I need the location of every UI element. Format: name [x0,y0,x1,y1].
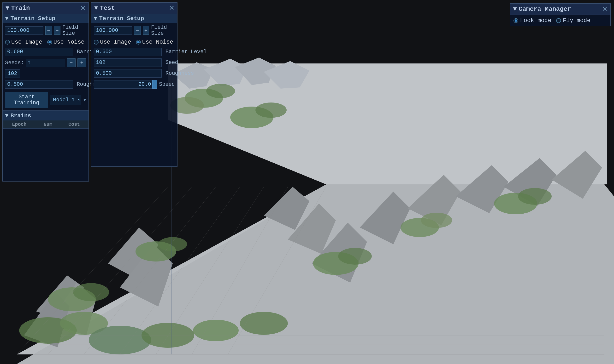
test-use-image-radio[interactable]: Use Image [94,39,131,45]
svg-point-39 [89,326,151,354]
train-image-noise-row: Use Image Use Noise [3,38,88,46]
svg-point-23 [206,84,235,98]
train-roughness-input[interactable] [5,80,73,89]
test-use-noise-radio-inner [137,41,140,43]
test-speed-row: 20.0 Speed [91,79,177,90]
train-panel-header[interactable]: ▼ Train ✕ [3,3,88,14]
test-panel-title: ▼ Test [94,5,115,12]
train-brains-triangle: ▼ [5,113,8,119]
camera-panel-header[interactable]: ▼ Camera Manager ✕ [510,4,610,15]
hook-mode-radio-outer [514,18,518,23]
test-speed-label: Speed [159,81,175,87]
fly-mode-radio-outer [556,18,561,23]
svg-point-42 [240,312,288,335]
train-barrier-level-row: Barrier Level [3,46,88,57]
start-training-button[interactable]: Start Training [5,92,48,108]
test-use-image-radio-inner [95,41,97,43]
test-triangle-icon: ▼ [94,5,98,12]
train-seed-badge: 102 [5,69,20,78]
test-image-noise-row: Use Image Use Noise [91,38,177,46]
test-barrier-level-label: Barrier Level [166,49,207,55]
test-use-noise-radio[interactable]: Use Noise [136,39,173,45]
test-speed-value: 20.0 [94,80,152,89]
train-seeds-row: Seeds: − + [3,57,88,68]
train-field-size-minus[interactable]: − [45,26,52,35]
test-field-size-plus[interactable]: + [143,26,149,35]
test-field-size-minus[interactable]: − [134,26,141,35]
test-roughness-input[interactable] [94,69,162,78]
brains-num-header: Num [36,120,60,129]
fly-mode-label: Fly mode [563,17,590,24]
brains-table: Epoch Num Cost [3,120,88,129]
train-use-noise-radio[interactable]: Use Noise [47,39,85,45]
fly-mode-option[interactable]: Fly mode [556,17,590,24]
test-seed-row: Seed [91,57,177,68]
fly-mode-radio-inner [558,19,560,22]
train-roughness-row: Roughness [3,79,88,90]
train-use-image-radio[interactable]: Use Image [5,39,42,45]
test-field-size-label: Field Size [151,25,175,36]
brains-cost-header: Cost [60,120,88,129]
test-panel: ▼ Test ✕ ▼ Terrain Setup − + Field Size … [91,2,178,167]
train-close-button[interactable]: ✕ [80,5,86,12]
svg-point-26 [255,103,287,118]
test-field-size-row: − + Field Size [91,23,177,38]
test-use-image-label: Use Image [100,39,131,45]
train-seed-value-row: 102 [3,68,88,79]
test-close-button[interactable]: ✕ [169,5,174,12]
train-actions-row: Start Training Model 1 ▼ [3,90,88,110]
train-use-noise-label: Use Noise [54,39,85,45]
test-terrain-section-header: ▼ Terrain Setup [91,14,177,23]
test-barrier-level-row: Barrier Level [91,46,177,57]
test-seed-input[interactable] [94,58,162,67]
camera-panel-title: ▼ Camera Manager [513,5,571,13]
test-empty-area [91,90,177,167]
camera-modes-row: Hook mode Fly mode [510,15,610,26]
camera-manager-panel: ▼ Camera Manager ✕ Hook mode Fly mode [510,3,611,26]
model-select-dropdown[interactable]: Model 1 [50,95,81,105]
test-use-noise-label: Use Noise [142,39,173,45]
brains-epoch-header: Epoch [3,120,36,129]
test-barrier-level-input[interactable] [94,48,162,56]
test-speed-slider-thumb[interactable] [152,80,157,89]
hook-mode-label: Hook mode [520,17,551,24]
test-seed-label: Seed [166,60,178,66]
svg-point-36 [518,188,552,205]
test-roughness-label: Roughness [166,70,194,76]
train-seeds-label: Seeds: [5,60,24,66]
svg-point-32 [338,248,372,265]
train-field-size-plus[interactable]: + [54,26,61,35]
test-terrain-triangle: ▼ [94,15,97,22]
brains-empty-area [3,129,88,181]
camera-close-button[interactable]: ✕ [602,6,608,13]
train-barrier-level-input[interactable] [5,48,73,56]
train-seeds-plus[interactable]: + [77,58,86,67]
train-panel-title-text: Train [11,5,30,12]
train-use-noise-radio-outer [47,40,52,45]
train-brains-section-header: ▼ Brains [3,111,88,120]
train-seeds-input[interactable] [26,59,65,67]
train-terrain-label: Terrain Setup [10,15,55,22]
train-use-noise-radio-inner [48,41,51,43]
svg-point-34 [421,213,452,228]
train-use-image-radio-outer [5,40,10,45]
train-use-image-radio-inner [6,41,9,43]
train-field-size-input[interactable] [5,26,43,35]
test-terrain-label: Terrain Setup [99,15,144,22]
train-brains-label: Brains [10,113,31,119]
hook-mode-option[interactable]: Hook mode [514,17,551,24]
camera-triangle-icon: ▼ [513,5,517,13]
train-triangle-icon: ▼ [5,5,9,12]
train-panel: ▼ Train ✕ ▼ Terrain Setup − + Field Size… [2,2,89,182]
test-field-size-input[interactable] [94,26,132,35]
train-panel-title: ▼ Train [5,5,30,12]
model-dropdown-arrow: ▼ [83,97,86,103]
train-field-size-row: − + Field Size [3,23,88,38]
test-panel-title-text: Test [100,5,115,12]
test-use-image-radio-outer [94,40,98,45]
test-panel-header[interactable]: ▼ Test ✕ [91,3,177,14]
hook-mode-radio-inner [515,19,517,22]
train-seeds-minus[interactable]: − [67,58,76,67]
train-terrain-section-header: ▼ Terrain Setup [3,14,88,23]
train-divider [3,110,88,111]
